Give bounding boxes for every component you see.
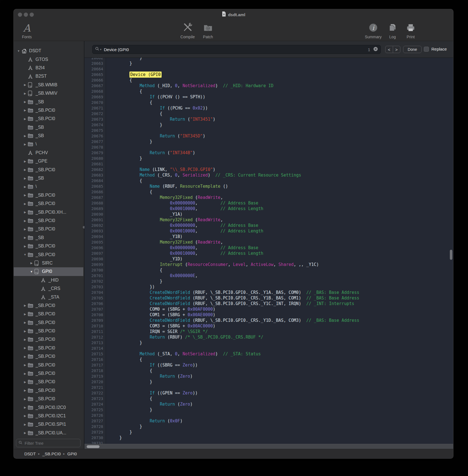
disclosure-closed-icon[interactable]: ▶	[22, 168, 28, 171]
sidebar-item-sbpci0xh[interactable]: ▶_SB.PCI0.XH...	[14, 208, 83, 216]
disclosure-closed-icon[interactable]: ▶	[22, 117, 28, 120]
disclosure-closed-icon[interactable]: ▶	[22, 313, 28, 316]
sidebar-item-[interactable]: ▶\	[14, 182, 83, 191]
sidebar-item-sbpci0[interactable]: ▶_SB.PCI0	[14, 369, 83, 378]
search-menu-caret-icon[interactable]: ▾	[100, 48, 101, 51]
sidebar-item-sbpci0[interactable]: ▼_SB.PCI0	[14, 250, 83, 259]
sidebar-item-sbpci0[interactable]: ▶_SB.PCI0	[14, 310, 83, 318]
compile-button[interactable]: Compile	[177, 21, 198, 39]
disclosure-closed-icon[interactable]: ▶	[22, 372, 28, 375]
disclosure-closed-icon[interactable]: ▶	[22, 431, 28, 434]
disclosure-open-icon[interactable]: ▼	[16, 49, 21, 53]
sidebar-item-sbpci0[interactable]: ▶_SB.PCI0	[14, 115, 83, 123]
disclosure-closed-icon[interactable]: ▶	[22, 423, 28, 426]
disclosure-closed-icon[interactable]: ▶	[22, 406, 28, 409]
sidebar-item-sb[interactable]: ▶_SB	[14, 97, 83, 106]
disclosure-closed-icon[interactable]: ▶	[22, 228, 28, 231]
disclosure-open-icon[interactable]: ▼	[22, 253, 28, 256]
sidebar-item-sb[interactable]: _SB	[14, 123, 83, 132]
disclosure-closed-icon[interactable]: ▶	[22, 219, 28, 222]
summary-button[interactable]: i Summary	[362, 21, 384, 39]
sidebar-item-sb[interactable]: ▶_SB	[14, 174, 83, 182]
sidebar-item-sbpci0i2c0[interactable]: ▶_SB.PCI0.I2C0	[14, 403, 83, 411]
sidebar-item-sb[interactable]: ▶_SB	[14, 234, 83, 242]
vertical-scrollbar-thumb[interactable]	[450, 250, 452, 260]
sidebar-item-sbpci0[interactable]: ▶_SB.PCI0	[14, 344, 83, 352]
disclosure-closed-icon[interactable]: ▶	[29, 261, 34, 265]
sidebar-item-hid[interactable]: _HID	[14, 276, 83, 284]
disclosure-open-icon[interactable]: ▼	[29, 270, 34, 273]
sidebar-item-sta[interactable]: _STA	[14, 293, 83, 301]
disclosure-closed-icon[interactable]: ▶	[22, 83, 28, 86]
sidebar-item-sbpci0[interactable]: ▶_SB.PCI0	[14, 191, 83, 199]
disclosure-closed-icon[interactable]: ▶	[22, 398, 28, 401]
filter-tree-input[interactable]: Filter Tree	[16, 439, 81, 447]
sidebar-item-dsdt[interactable]: ▼DSDT	[14, 47, 83, 55]
disclosure-closed-icon[interactable]: ▶	[22, 100, 28, 103]
sidebar-item-sbpci0[interactable]: ▶_SB.PCI0	[14, 242, 83, 250]
disclosure-closed-icon[interactable]: ▶	[22, 346, 28, 349]
sidebar-item-[interactable]: ▶\	[14, 140, 83, 148]
sidebar-item-sbpci0[interactable]: ▶_SB.PCI0	[14, 318, 83, 327]
patch-button[interactable]: Patch	[198, 21, 218, 39]
sidebar-item-sbpci0[interactable]: ▶_SB.PCI0	[14, 165, 83, 174]
sidebar-item-crs[interactable]: _CRS	[14, 284, 83, 293]
sidebar-item-gpi0[interactable]: ▼GPI0	[14, 267, 83, 276]
sidebar-item-pchv[interactable]: PCHV	[14, 149, 83, 157]
sidebar-item-sbpci0[interactable]: ▶_SB.PCI0	[14, 395, 83, 403]
disclosure-closed-icon[interactable]: ▶	[22, 304, 28, 307]
sidebar-item-sbpci0[interactable]: ▶_SB.PCI0	[14, 199, 83, 208]
disclosure-closed-icon[interactable]: ▶	[22, 194, 28, 197]
disclosure-closed-icon[interactable]: ▶	[22, 321, 28, 324]
fonts-button[interactable]: A Fonts	[18, 21, 36, 39]
disclosure-closed-icon[interactable]: ▶	[22, 245, 28, 248]
disclosure-closed-icon[interactable]: ▶	[22, 414, 28, 417]
disclosure-closed-icon[interactable]: ▶	[22, 389, 28, 392]
breadcrumb-item-sbpci0[interactable]: _SB.PCI0	[42, 451, 61, 456]
sidebar-item-sbwmiv[interactable]: ▶_SB.WMIV	[14, 89, 83, 97]
disclosure-closed-icon[interactable]: ▶	[22, 92, 28, 95]
clear-search-icon[interactable]	[373, 47, 378, 53]
sidebar-item-gpe[interactable]: ▶_GPE	[14, 157, 83, 165]
replace-checkbox[interactable]	[424, 47, 429, 52]
disclosure-closed-icon[interactable]: ▶	[22, 177, 28, 180]
sidebar-tree[interactable]: ▼DSDTGTOSB2I4B2ST▶_SB.WMIB▶_SB.WMIV▶_SB▶…	[14, 41, 83, 438]
disclosure-closed-icon[interactable]: ▶	[22, 185, 28, 188]
disclosure-closed-icon[interactable]: ▶	[22, 355, 28, 358]
disclosure-closed-icon[interactable]: ▶	[22, 236, 28, 239]
breadcrumb-item-dsdt[interactable]: DSDT	[24, 451, 36, 456]
sidebar-item-sbwmib[interactable]: ▶_SB.WMIB	[14, 81, 83, 89]
sidebar-item-sbpci0[interactable]: ▶_SB.PCI0	[14, 225, 83, 233]
disclosure-closed-icon[interactable]: ▶	[22, 363, 28, 366]
done-button[interactable]: Done	[403, 46, 422, 53]
sidebar-item-sbpci0[interactable]: ▶_SB.PCI0	[14, 378, 83, 386]
log-button[interactable]: Log	[386, 21, 400, 39]
horizontal-scrollbar[interactable]	[84, 444, 453, 449]
disclosure-closed-icon[interactable]: ▶	[22, 109, 28, 112]
print-button[interactable]: Print	[402, 21, 419, 39]
find-previous-button[interactable]: <	[386, 46, 393, 53]
find-next-button[interactable]: >	[393, 46, 400, 53]
sidebar-item-sbpci0ua[interactable]: ▶_SB.PCI0.UA...	[14, 429, 83, 437]
disclosure-closed-icon[interactable]: ▶	[22, 160, 28, 163]
sidebar-item-b2i4[interactable]: B2I4	[14, 64, 83, 72]
code-editor[interactable]: 2066220663206642066520666206672066820669…	[84, 58, 453, 444]
horizontal-scrollbar-thumb[interactable]	[87, 445, 100, 448]
find-input[interactable]: ▾ Device (GPI0 1	[92, 45, 381, 54]
sidebar-item-sbpci0spi1[interactable]: ▶_SB.PCI0.SPI1	[14, 420, 83, 429]
disclosure-closed-icon[interactable]: ▶	[22, 143, 28, 146]
sidebar-item-sbpci0[interactable]: ▶_SB.PCI0	[14, 106, 83, 115]
sidebar-item-gtos[interactable]: GTOS	[14, 55, 83, 63]
disclosure-closed-icon[interactable]: ▶	[22, 380, 28, 384]
disclosure-closed-icon[interactable]: ▶	[22, 202, 28, 205]
sidebar-item-sbpci0[interactable]: ▶_SB.PCI0	[14, 216, 83, 225]
sidebar-item-sirc[interactable]: ▶SIRC	[14, 259, 83, 267]
sidebar-item-sbpci0[interactable]: ▶_SB.PCI0	[14, 327, 83, 335]
disclosure-closed-icon[interactable]: ▶	[22, 338, 28, 341]
disclosure-closed-icon[interactable]: ▶	[22, 330, 28, 333]
sidebar-item-sbpci0[interactable]: ▶_SB.PCI0	[14, 361, 83, 369]
disclosure-closed-icon[interactable]: ▶	[22, 134, 28, 137]
sidebar-item-sbpci0[interactable]: ▶_SB.PCI0	[14, 301, 83, 310]
breadcrumb-item-gpi0[interactable]: GPI0	[67, 451, 77, 456]
sidebar-item-b2st[interactable]: B2ST	[14, 72, 83, 80]
